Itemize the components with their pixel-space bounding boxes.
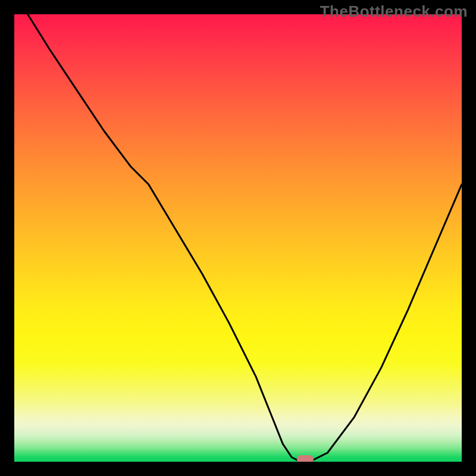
plot-area (14, 14, 462, 462)
bottleneck-curve-path (28, 14, 462, 462)
watermark-text: TheBottleneck.com (320, 2, 468, 21)
chart-frame: TheBottleneck.com (0, 0, 476, 476)
curve-svg (14, 14, 462, 462)
optimal-marker (297, 455, 314, 462)
